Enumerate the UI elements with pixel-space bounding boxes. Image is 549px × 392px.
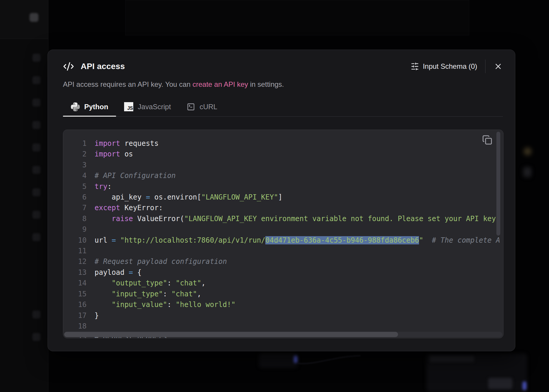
close-icon	[494, 62, 503, 71]
code-content: "input_type": "chat",	[87, 289, 201, 299]
code-content: url = "http://localhost:7860/api/v1/run/…	[87, 235, 500, 246]
code-content: }	[87, 310, 99, 321]
code-line: 5try:	[63, 181, 503, 192]
modal-header: API access Input Schema (0)	[63, 60, 503, 73]
code-line: 13payload = {	[63, 267, 503, 278]
sidebar-item-icon	[33, 143, 40, 151]
sidebar-item-icon	[33, 311, 40, 318]
line-number: 3	[63, 160, 87, 170]
sidebar-item-icon	[33, 166, 40, 174]
background-canvas-panel	[125, 0, 469, 35]
code-line: 17}	[63, 310, 503, 321]
line-number: 5	[63, 181, 87, 192]
vertical-scrollbar-thumb[interactable]	[496, 132, 500, 236]
background-button	[488, 378, 512, 389]
background-panel-detail	[430, 356, 474, 362]
background-node-glow	[524, 148, 531, 155]
code-content	[87, 224, 95, 235]
copy-button[interactable]	[482, 135, 493, 145]
input-schema-label: Input Schema (0)	[423, 62, 477, 71]
line-number: 2	[63, 149, 87, 159]
code-content: import os	[87, 149, 133, 159]
modal-subtitle: API access requires an API key. You can …	[63, 80, 503, 89]
code-line: 7except KeyError:	[63, 202, 503, 213]
background-node-glow	[523, 167, 531, 177]
code-line: 12# Request payload configuration	[63, 256, 503, 267]
code-line: 2import os	[63, 149, 503, 159]
tab-label: cURL	[199, 103, 217, 111]
code-content: "output_type": "chat",	[87, 278, 206, 288]
background-sidebar	[0, 0, 48, 392]
line-number: 18	[63, 321, 87, 331]
line-number: 7	[63, 202, 87, 213]
background-wire	[295, 353, 408, 370]
code-content: api_key = os.environ["LANGFLOW_API_KEY"]	[87, 192, 282, 202]
horizontal-scrollbar-track	[64, 332, 502, 337]
code-line: 8 raise ValueError("LANGFLOW_API_KEY env…	[63, 213, 503, 224]
line-number: 13	[63, 267, 87, 278]
code-content: import requests	[87, 138, 159, 149]
sidebar-item-icon	[33, 99, 40, 107]
code-lines: 1import requests2import os34# API Config…	[63, 130, 503, 338]
line-number: 16	[63, 299, 87, 310]
code-line: 4# API Configuration	[63, 170, 503, 181]
sidebar-item-icon	[33, 76, 40, 84]
horizontal-scrollbar-thumb[interactable]	[64, 332, 398, 337]
python-icon	[71, 102, 80, 111]
page-title: API access	[81, 62, 125, 71]
line-number: 15	[63, 289, 87, 299]
code-line: 10url = "http://localhost:7860/api/v1/ru…	[63, 235, 503, 246]
code-block[interactable]: 1import requests2import os34# API Config…	[63, 130, 503, 338]
code-content: # API Configuration	[87, 170, 176, 181]
code-content	[87, 246, 95, 256]
copy-icon	[482, 135, 492, 145]
sidebar-item-icon	[33, 188, 40, 196]
code-content: # Request payload configuration	[87, 256, 227, 267]
code-line: 1import requests	[63, 138, 503, 149]
input-schema-button[interactable]: Input Schema (0)	[411, 62, 477, 71]
line-number: 8	[63, 213, 87, 224]
sidebar-item-icon	[33, 54, 40, 62]
code-content: except KeyError:	[87, 202, 163, 213]
tab-label: Python	[84, 103, 108, 111]
sidebar-item-icon	[33, 333, 40, 341]
create-api-key-link[interactable]: create an API key	[192, 80, 248, 88]
tab-python[interactable]: Python	[63, 102, 116, 116]
line-number: 14	[63, 278, 87, 288]
code-line: 15 "input_type": "chat",	[63, 289, 503, 299]
app-logo-icon	[30, 13, 38, 22]
background-node	[259, 353, 298, 368]
code-line: 6 api_key = os.environ["LANGFLOW_API_KEY…	[63, 192, 503, 202]
javascript-icon: JS	[124, 102, 133, 111]
sidebar-item-icon	[33, 121, 40, 129]
header-divider	[485, 60, 485, 73]
code-content: try:	[87, 181, 112, 192]
tab-javascript[interactable]: JS JavaScript	[116, 102, 179, 116]
line-number: 4	[63, 170, 87, 181]
line-number: 10	[63, 235, 87, 246]
line-number: 12	[63, 256, 87, 267]
code-line: 14 "output_type": "chat",	[63, 278, 503, 288]
code-content: raise ValueError("LANGFLOW_API_KEY envir…	[87, 213, 496, 224]
api-access-modal: API access Input Schema (0)	[48, 50, 515, 351]
sliders-icon	[411, 62, 419, 71]
terminal-icon	[187, 103, 195, 111]
line-number: 17	[63, 310, 87, 321]
code-icon	[63, 61, 74, 72]
line-number: 1	[63, 138, 87, 149]
close-button[interactable]	[493, 62, 503, 71]
sidebar-item-icon	[33, 211, 40, 219]
code-line: 16 "input_value": "hello world!"	[63, 299, 503, 310]
background-sidebar-header	[0, 0, 48, 39]
code-language-tabs: Python JS JavaScript cURL	[63, 102, 503, 117]
code-content: payload = {	[87, 267, 142, 278]
subtitle-text: in settings.	[248, 80, 284, 88]
line-number: 9	[63, 224, 87, 235]
tab-curl[interactable]: cURL	[179, 102, 225, 116]
code-content	[87, 160, 95, 170]
background-port-dot	[522, 381, 527, 390]
code-content	[87, 321, 95, 331]
sidebar-item-icon	[33, 233, 40, 241]
line-number: 6	[63, 192, 87, 202]
line-number: 11	[63, 246, 87, 256]
